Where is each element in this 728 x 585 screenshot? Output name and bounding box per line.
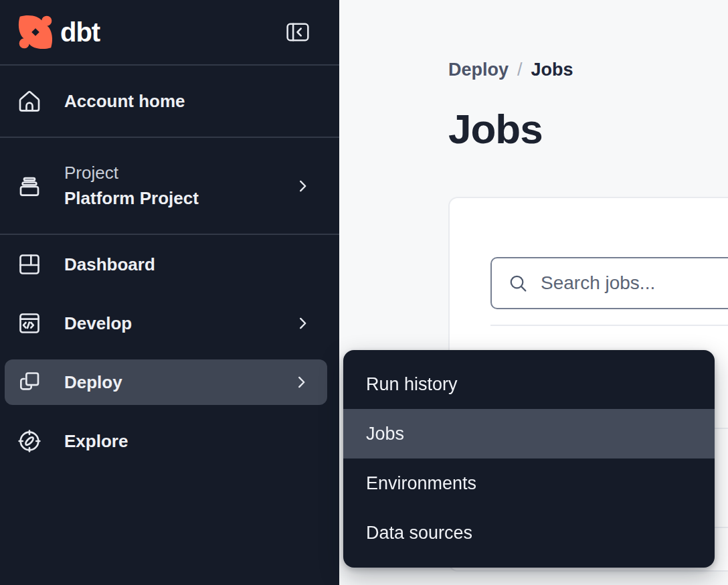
explore-compass-icon	[16, 428, 43, 454]
deploy-submenu: Run history Jobs Environments Data sourc…	[343, 350, 715, 568]
sidebar-item-account-home[interactable]: Account home	[0, 66, 339, 137]
flyout-item-run-history[interactable]: Run history	[343, 359, 715, 409]
chevron-right-icon	[294, 315, 312, 332]
sidebar-item-label: Account home	[64, 91, 185, 112]
sidebar-item-project[interactable]: Project Platform Project	[0, 138, 339, 234]
search-icon	[508, 273, 529, 294]
dbt-logo[interactable]: dbt	[16, 13, 100, 52]
page-title: Jobs	[448, 108, 728, 150]
search-input[interactable]	[541, 272, 728, 294]
flyout-item-label: Data sources	[366, 523, 472, 544]
flyout-item-data-sources[interactable]: Data sources	[343, 508, 715, 558]
chevron-right-icon	[294, 177, 312, 195]
sidebar-item-label: Dashboard	[64, 254, 155, 275]
sidebar-collapse-button[interactable]	[286, 21, 310, 43]
search-input-wrapper	[490, 257, 728, 309]
sidebar-item-explore[interactable]: Explore	[0, 412, 339, 471]
logo-text: dbt	[60, 19, 100, 46]
project-selector-text: Project Platform Project	[64, 161, 199, 211]
breadcrumb-separator: /	[517, 59, 523, 80]
dbt-logo-icon	[16, 13, 55, 52]
project-archive-icon	[16, 173, 43, 199]
breadcrumb-deploy[interactable]: Deploy	[448, 59, 509, 80]
deploy-overlapping-squares-icon	[16, 369, 43, 396]
sidebar-item-deploy-row: Deploy	[0, 353, 339, 412]
sidebar-item-develop[interactable]: Develop	[0, 294, 339, 353]
sidebar-header: dbt	[0, 0, 339, 64]
sidebar: dbt Account home	[0, 0, 339, 585]
breadcrumb-jobs: Jobs	[531, 59, 573, 80]
dashboard-icon	[16, 251, 43, 278]
flyout-item-jobs[interactable]: Jobs	[343, 409, 715, 458]
develop-code-window-icon	[16, 310, 43, 337]
sidebar-item-label: Develop	[64, 313, 132, 334]
sidebar-item-deploy[interactable]: Deploy	[5, 359, 327, 405]
sidebar-item-label: Explore	[64, 431, 128, 452]
flyout-item-label: Jobs	[366, 424, 404, 444]
sidebar-collapse-icon	[286, 21, 310, 43]
flyout-item-label: Environments	[366, 473, 476, 494]
chevron-right-icon	[293, 373, 310, 391]
card-divider	[490, 325, 728, 326]
home-icon	[16, 88, 43, 114]
sidebar-item-dashboard[interactable]: Dashboard	[0, 235, 339, 294]
breadcrumb: Deploy / Jobs	[448, 59, 728, 80]
sidebar-item-label: Deploy	[64, 372, 122, 393]
flyout-item-environments[interactable]: Environments	[343, 458, 715, 508]
flyout-item-label: Run history	[366, 374, 458, 395]
project-name: Platform Project	[64, 186, 199, 212]
project-kicker: Project	[64, 161, 199, 186]
